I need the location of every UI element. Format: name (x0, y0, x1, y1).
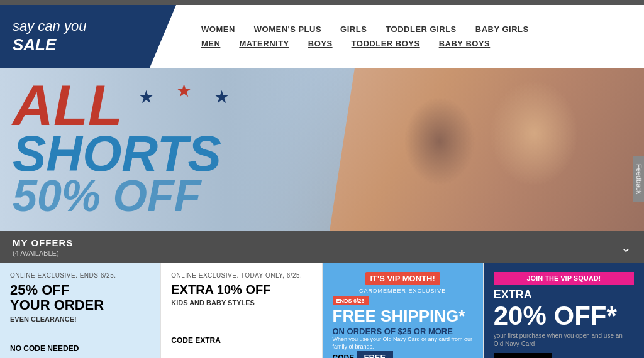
nav-row-1: WOMEN WOMEN'S PLUS GIRLS TODDLER GIRLS B… (201, 24, 631, 34)
offer-card-1: ONLINE EXCLUSIVE. ENDS 6/25. 25% OFFYOUR… (0, 263, 161, 358)
offer3-code-value: FREE (357, 351, 394, 358)
cardmember-exclusive: CARDMEMBER EXCLUSIVE (333, 288, 473, 294)
logo-text: say can you SALE (13, 18, 86, 55)
offer4-sub: your first purchase when you open and us… (494, 332, 634, 348)
free-shipping-text: FREE SHIPPING* (333, 308, 473, 324)
nav-toddler-girls[interactable]: TODDLER GIRLS (386, 24, 456, 34)
join-vip-badge: Join the VIP squad! (494, 272, 634, 285)
nav-area: WOMEN WOMEN'S PLUS GIRLS TODDLER GIRLS B… (176, 5, 644, 68)
logo-area: say can you SALE (0, 5, 176, 68)
offer4-extra: EXTRA (494, 288, 634, 301)
star-blue-1: ★ (138, 87, 154, 107)
nav-men[interactable]: MEN (201, 39, 220, 48)
my-offers-subtitle: (4 AVAILABLE) (13, 249, 73, 257)
hero-section: ★ ★ ★ ALL SHORTS 50% OFF (0, 68, 644, 231)
nav-womens-plus[interactable]: WOMEN'S PLUS (254, 24, 321, 34)
offer1-label: ONLINE EXCLUSIVE. ENDS 6/25. (10, 272, 150, 279)
nav-girls[interactable]: GIRLS (340, 24, 367, 34)
header: say can you SALE WOMEN WOMEN'S PLUS GIRL… (0, 5, 644, 68)
offer1-main: 25% OFFYOUR ORDER (10, 283, 150, 313)
top-bar (0, 0, 644, 5)
offer3-code-prefix: CODE (333, 354, 357, 358)
vip-month-badge: IT'S VIP MONTH! (365, 272, 440, 285)
nav-row-2: MEN MATERNITY BOYS TODDLER BOYS BABY BOY… (201, 39, 631, 48)
nav-baby-girls[interactable]: BABY GIRLS (475, 24, 529, 34)
offer-card-4: Join the VIP squad! EXTRA 20% OFF* your … (484, 263, 644, 358)
offer-card-3: IT'S VIP MONTH! CARDMEMBER EXCLUSIVE END… (323, 263, 484, 358)
offer4-amount: 20% OFF* (494, 303, 634, 329)
offer2-code: CODE EXTRA (171, 336, 311, 345)
star-red: ★ (176, 80, 192, 101)
nav-baby-boys[interactable]: BABY BOYS (439, 39, 491, 48)
chevron-down-icon[interactable]: ⌄ (621, 240, 631, 255)
nav-toddler-boys[interactable]: TODDLER BOYS (352, 39, 420, 48)
on-orders-text: ON ORDERS OF $25 OR MORE (333, 327, 473, 336)
offer1-code: NO CODE NEEDED (10, 344, 150, 353)
nav-maternity[interactable]: MATERNITY (239, 39, 289, 48)
hero-photo (330, 68, 644, 231)
my-offers-bar[interactable]: MY OFFERS (4 AVAILABLE) ⌄ (0, 231, 644, 263)
logo-sale: SALE (13, 35, 56, 54)
nav-boys[interactable]: BOYS (308, 39, 333, 48)
ends-badge: ENDS 6/26 (333, 296, 369, 305)
offer2-sub: KIDS AND BABY STYLES (171, 299, 311, 306)
hero-rest: 50% OFF (13, 176, 221, 216)
offer2-label: ONLINE EXCLUSIVE. TODAY ONLY, 6/25. (171, 272, 311, 279)
my-offers-title: MY OFFERS (13, 237, 73, 248)
logo-line1: say can you (13, 18, 86, 34)
offers-row: ONLINE EXCLUSIVE. ENDS 6/25. 25% OFFYOUR… (0, 263, 644, 358)
vip-when-text: When you use your Old Navy Card or any c… (333, 336, 473, 350)
offer3-code: CODE FREE (333, 353, 473, 358)
offer2-main: EXTRA 10% OFF (171, 283, 311, 296)
offer2-code-value: EXTRA (195, 336, 221, 345)
my-offers-info: MY OFFERS (4 AVAILABLE) (13, 237, 73, 257)
offer4-apply-button[interactable]: APPLY NOW (494, 353, 552, 358)
offer2-code-prefix: CODE (171, 336, 195, 345)
star-blue-2: ★ (214, 87, 230, 107)
feedback-tab[interactable]: Feedback (633, 156, 644, 202)
offer1-sub: EVEN CLEARANCE! (10, 315, 150, 323)
offer-card-2: ONLINE EXCLUSIVE. TODAY ONLY, 6/25. EXTR… (161, 263, 322, 358)
nav-women[interactable]: WOMEN (201, 24, 235, 34)
hero-shorts: SHORTS (13, 131, 221, 176)
